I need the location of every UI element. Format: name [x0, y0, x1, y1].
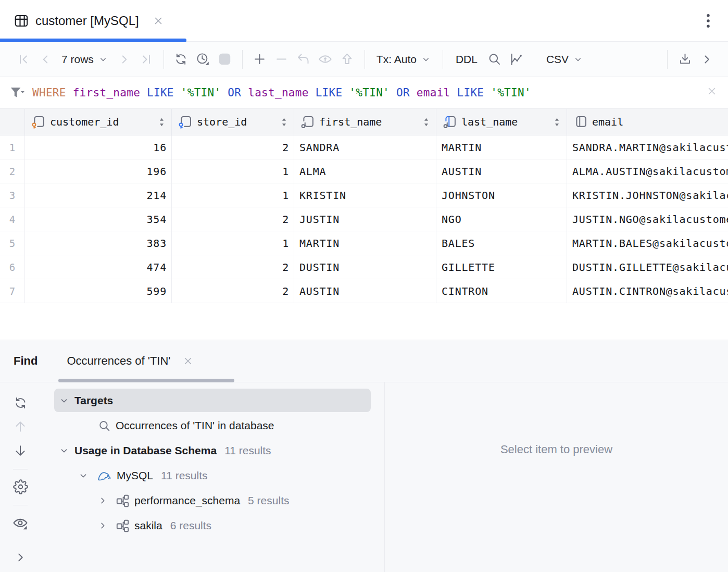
- cell-email[interactable]: SANDRA.MARTIN@sakilacustomer.org: [567, 135, 728, 159]
- next-page-button[interactable]: [114, 48, 135, 70]
- preview-options-icon[interactable]: [10, 514, 31, 532]
- cell-store_id[interactable]: 2: [172, 135, 294, 159]
- more-options-icon[interactable]: [701, 13, 716, 29]
- cell-customer_id[interactable]: 214: [25, 183, 172, 207]
- add-row-button[interactable]: [249, 48, 271, 70]
- cell-first_name[interactable]: JUSTIN: [294, 207, 436, 231]
- row-number[interactable]: 7: [0, 279, 25, 303]
- column-header-last_name[interactable]: last_name: [436, 109, 567, 135]
- tab-customer-mysql[interactable]: customer [MySQL]: [0, 0, 180, 42]
- query-history-button[interactable]: [192, 48, 214, 70]
- cell-last_name[interactable]: BALES: [436, 231, 567, 255]
- cell-customer_id[interactable]: 16: [25, 135, 172, 159]
- column-header-customer_id[interactable]: customer_id: [25, 109, 172, 135]
- cell-store_id[interactable]: 1: [172, 231, 294, 255]
- toolbar-divider: [667, 50, 668, 69]
- tree-item-mysql[interactable]: MySQL11 results: [54, 463, 371, 488]
- filter-icon[interactable]: [9, 85, 25, 100]
- next-occurrence-button[interactable]: [10, 442, 31, 460]
- filter-query[interactable]: WHERE first_name LIKE '%TIN' OR last_nam…: [32, 86, 531, 99]
- find-tab-close-icon[interactable]: [182, 355, 194, 367]
- cell-store_id[interactable]: 2: [172, 279, 294, 303]
- row-number[interactable]: 2: [0, 159, 25, 183]
- chevron-right-icon[interactable]: [97, 520, 108, 531]
- tab-close-icon[interactable]: [153, 15, 164, 27]
- column-header-email[interactable]: email: [567, 109, 728, 135]
- sort-toggle-icon[interactable]: [422, 117, 431, 128]
- row-number[interactable]: 1: [0, 135, 25, 159]
- chevron-down-icon[interactable]: [58, 395, 70, 406]
- ddl-button[interactable]: DDL: [449, 53, 484, 66]
- cell-email[interactable]: KRISTIN.JOHNSTON@sakilacustomer.org: [567, 183, 728, 207]
- cell-store_id[interactable]: 2: [172, 207, 294, 231]
- cell-customer_id[interactable]: 474: [25, 255, 172, 279]
- toolbar-overflow-button[interactable]: [696, 48, 718, 70]
- tree-item-occurrences-of-tin-in-database[interactable]: Occurrences of 'TIN' in database: [54, 413, 371, 438]
- chevron-right-icon[interactable]: [97, 495, 108, 506]
- cell-first_name[interactable]: DUSTIN: [294, 255, 436, 279]
- tree-item-performance-schema[interactable]: performance_schema5 results: [54, 488, 371, 513]
- last-page-button[interactable]: [135, 48, 157, 70]
- row-number[interactable]: 3: [0, 183, 25, 207]
- cell-last_name[interactable]: AUSTIN: [436, 159, 567, 183]
- cell-first_name[interactable]: AUSTIN: [294, 279, 436, 303]
- cell-email[interactable]: JUSTIN.NGO@sakilacustomer.org: [567, 207, 728, 231]
- find-tab-occurrences[interactable]: Occurrences of 'TIN': [67, 354, 193, 368]
- cell-last_name[interactable]: JOHNSTON: [436, 183, 567, 207]
- row-number[interactable]: 5: [0, 231, 25, 255]
- transaction-mode-select[interactable]: Tx: Auto: [371, 48, 436, 70]
- chevron-down-icon[interactable]: [78, 470, 89, 481]
- previous-page-button[interactable]: [34, 48, 56, 70]
- preview-changes-button[interactable]: [315, 48, 336, 70]
- chevron-down-icon[interactable]: [58, 445, 70, 456]
- tree-item-sakila[interactable]: sakila6 results: [54, 513, 371, 538]
- row-number[interactable]: 4: [0, 207, 25, 231]
- tree-item-usage-in-database-schema[interactable]: Usage in Database Schema11 results: [54, 438, 371, 463]
- cell-email[interactable]: MARTIN.BALES@sakilacustomer.org: [567, 231, 728, 255]
- cell-last_name[interactable]: CINTRON: [436, 279, 567, 303]
- cell-first_name[interactable]: SANDRA: [294, 135, 436, 159]
- reload-data-button[interactable]: [170, 48, 192, 70]
- delete-row-button[interactable]: [271, 48, 293, 70]
- filter-close-icon[interactable]: [706, 85, 718, 97]
- cell-customer_id[interactable]: 599: [25, 279, 172, 303]
- cell-email[interactable]: ALMA.AUSTIN@sakilacustomer.org: [567, 159, 728, 183]
- cell-last_name[interactable]: NGO: [436, 207, 567, 231]
- expand-panel-button[interactable]: [10, 548, 31, 566]
- row-number[interactable]: 6: [0, 255, 25, 279]
- sort-toggle-icon[interactable]: [280, 117, 288, 128]
- filter-token-prefix: WHERE: [32, 86, 66, 99]
- cell-first_name[interactable]: ALMA: [294, 159, 436, 183]
- page-size-select[interactable]: 7 rows: [56, 48, 114, 70]
- submit-changes-button[interactable]: [336, 48, 358, 70]
- cell-email[interactable]: AUSTIN.CINTRON@sakilacustomer.org: [567, 279, 728, 303]
- stop-button[interactable]: [214, 48, 236, 70]
- rerun-search-button[interactable]: [10, 394, 31, 412]
- sort-toggle-icon[interactable]: [553, 117, 561, 128]
- table-row: 43542JUSTINNGOJUSTIN.NGO@sakilacustomer.…: [0, 207, 728, 231]
- cell-store_id[interactable]: 1: [172, 183, 294, 207]
- cell-last_name[interactable]: MARTIN: [436, 135, 567, 159]
- cell-store_id[interactable]: 2: [172, 255, 294, 279]
- chart-icon[interactable]: [506, 48, 528, 70]
- search-icon[interactable]: [484, 48, 506, 70]
- cell-email[interactable]: DUSTIN.GILLETTE@sakilacustomer.org: [567, 255, 728, 279]
- tree-item-targets[interactable]: Targets: [54, 389, 371, 412]
- cell-customer_id[interactable]: 354: [25, 207, 172, 231]
- sort-toggle-icon[interactable]: [157, 117, 166, 128]
- cell-customer_id[interactable]: 383: [25, 231, 172, 255]
- cell-store_id[interactable]: 1: [172, 159, 294, 183]
- cell-customer_id[interactable]: 196: [25, 159, 172, 183]
- column-header-store_id[interactable]: store_id: [172, 109, 294, 135]
- cell-first_name[interactable]: KRISTIN: [294, 183, 436, 207]
- previous-occurrence-button[interactable]: [10, 418, 31, 436]
- cell-last_name[interactable]: GILLETTE: [436, 255, 567, 279]
- export-download-button[interactable]: [674, 48, 696, 70]
- export-format-select[interactable]: CSV: [541, 48, 588, 70]
- first-page-button[interactable]: [12, 48, 34, 70]
- toolbar-divider: [443, 50, 443, 69]
- column-header-first_name[interactable]: first_name: [294, 109, 436, 135]
- revert-changes-button[interactable]: [293, 48, 315, 70]
- cell-first_name[interactable]: MARTIN: [294, 231, 436, 255]
- settings-gear-icon[interactable]: [10, 478, 31, 496]
